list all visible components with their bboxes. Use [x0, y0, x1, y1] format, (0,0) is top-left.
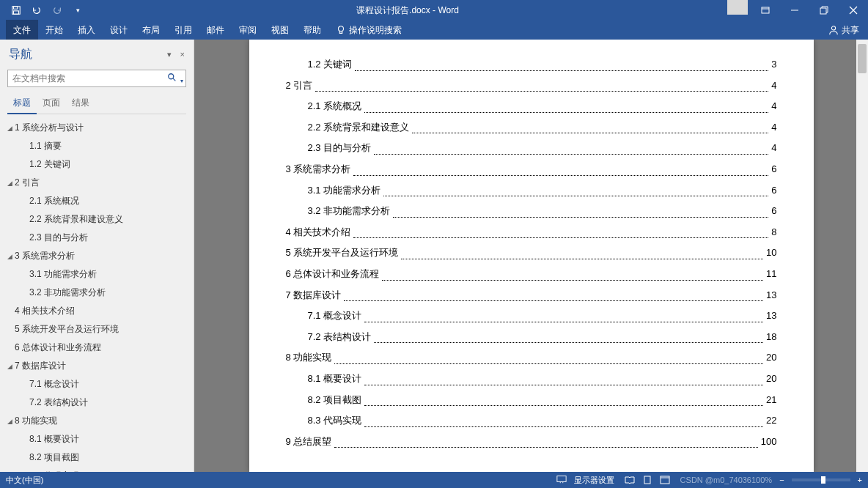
nav-tab-headings[interactable]: 标题: [7, 93, 37, 114]
nav-tree-item[interactable]: ◢1 系统分析与设计: [0, 119, 194, 137]
nav-tree-item[interactable]: 1.2 关键词: [0, 155, 194, 174]
toc-entry[interactable]: 3.1 功能需求分析6: [286, 180, 777, 202]
nav-tree-item[interactable]: 1.1 摘要: [0, 137, 194, 155]
toc-leader-dots: [355, 54, 768, 71]
main-area: 导航 ▾ × ▾ 标题 页面 结果 ◢1 系统分析与设计1.1 摘要1.2 关键…: [0, 40, 868, 472]
nav-tree-item[interactable]: 3.2 非功能需求分析: [0, 284, 194, 302]
close-button[interactable]: [839, 0, 868, 21]
qat-customize-button[interactable]: ▾: [67, 0, 88, 21]
toc-leader-dots: [383, 180, 768, 197]
toc-entry[interactable]: 7.1 概念设计13: [286, 306, 777, 327]
toc-entry[interactable]: 8.1 概要设计20: [286, 369, 777, 390]
nav-tree-item[interactable]: 2.2 系统背景和建设意义: [0, 210, 194, 229]
toc-entry[interactable]: 7.2 表结构设计18: [286, 327, 777, 348]
nav-tree-item[interactable]: 2.1 系统概况: [0, 192, 194, 210]
read-mode-button[interactable]: [622, 473, 638, 487]
status-language[interactable]: 中文(中国): [6, 475, 43, 486]
toc-page-number: 8: [771, 222, 776, 243]
nav-tree-item[interactable]: ◢7 数据库设计: [0, 357, 194, 375]
tab-file[interactable]: 文件: [6, 20, 38, 41]
zoom-in-button[interactable]: +: [858, 476, 862, 484]
print-layout-button[interactable]: [639, 473, 655, 487]
nav-tree-item[interactable]: 4 相关技术介绍: [0, 302, 194, 320]
scroll-thumb[interactable]: [858, 44, 867, 73]
tab-references[interactable]: 引用: [167, 20, 199, 41]
nav-tree-item[interactable]: ▷8.3 代码实现: [0, 467, 194, 472]
toc-entry[interactable]: 2 引言4: [286, 75, 777, 97]
nav-tab-pages[interactable]: 页面: [37, 93, 66, 114]
ribbon-display-button[interactable]: [751, 0, 780, 21]
tree-caret-icon[interactable]: ◢: [7, 418, 15, 425]
toc-entry[interactable]: 2.2 系统背景和建设意义4: [286, 117, 777, 138]
nav-tree-item[interactable]: 8.2 项目截图: [0, 448, 194, 467]
toc-label: 5 系统开发平台及运行环境: [286, 243, 399, 264]
nav-search-input[interactable]: [7, 70, 186, 87]
zoom-slider-thumb[interactable]: [821, 476, 825, 484]
tab-layout[interactable]: 布局: [135, 20, 167, 41]
toc-entry[interactable]: 6 总体设计和业务流程11: [286, 264, 777, 285]
tree-caret-icon[interactable]: ◢: [7, 253, 15, 260]
document-page[interactable]: 1.2 关键词32 引言42.1 系统概况42.2 系统背景和建设意义42.3 …: [249, 40, 814, 472]
minimize-button[interactable]: [780, 0, 809, 21]
web-layout-button[interactable]: [657, 473, 673, 487]
toc-entry[interactable]: 4 相关技术介绍8: [286, 222, 777, 243]
tree-item-label: 8.1 概要设计: [29, 433, 79, 446]
tree-item-label: 7.1 概念设计: [29, 378, 79, 391]
nav-tree-item[interactable]: 8.1 概要设计: [0, 430, 194, 448]
document-area[interactable]: 1.2 关键词32 引言42.1 系统概况42.2 系统背景和建设意义42.3 …: [194, 40, 868, 472]
nav-tree-item[interactable]: 7.1 概念设计: [0, 375, 194, 393]
nav-tree-item[interactable]: 2.3 目的与分析: [0, 229, 194, 247]
nav-tree-item[interactable]: ◢3 系统需求分析: [0, 247, 194, 265]
tab-mailings[interactable]: 邮件: [199, 20, 232, 41]
zoom-out-button[interactable]: −: [779, 476, 784, 484]
tell-me-search[interactable]: 操作说明搜索: [328, 24, 409, 37]
redo-button[interactable]: [47, 0, 67, 21]
svg-rect-13: [556, 476, 565, 482]
toc-entry[interactable]: 9 总结展望100: [286, 432, 777, 453]
tab-design[interactable]: 设计: [103, 20, 135, 41]
tree-caret-icon[interactable]: ◢: [7, 180, 15, 187]
zoom-slider[interactable]: [792, 478, 850, 481]
toc-entry[interactable]: 2.1 系统概况4: [286, 96, 777, 117]
nav-tree-item[interactable]: ◢8 功能实现: [0, 412, 194, 430]
toc-entry[interactable]: 2.3 目的与分析4: [286, 138, 777, 159]
share-button[interactable]: 共享: [828, 24, 868, 37]
toc-label: 3.1 功能需求分析: [308, 180, 381, 202]
toc-label: 2.2 系统背景和建设意义: [308, 117, 410, 138]
tree-caret-icon[interactable]: ◢: [7, 125, 15, 132]
toc-entry[interactable]: 8 功能实现20: [286, 347, 777, 369]
toc-entry[interactable]: 3.2 非功能需求分析6: [286, 201, 777, 222]
display-settings-icon[interactable]: [556, 475, 567, 485]
nav-tree-item[interactable]: 5 系统开发平台及运行环境: [0, 320, 194, 339]
toc-leader-dots: [374, 327, 763, 344]
tab-view[interactable]: 视图: [264, 20, 296, 41]
tree-caret-icon[interactable]: ◢: [7, 363, 15, 370]
tree-item-label: 7.2 表结构设计: [29, 396, 88, 409]
tab-help[interactable]: 帮助: [296, 20, 328, 41]
user-avatar[interactable]: [727, 0, 748, 15]
tree-item-label: 4 相关技术介绍: [15, 305, 75, 317]
nav-tree-item[interactable]: 7.2 表结构设计: [0, 393, 194, 412]
nav-close-button[interactable]: ×: [180, 50, 185, 59]
undo-button[interactable]: [26, 0, 47, 21]
tab-review[interactable]: 审阅: [232, 20, 264, 41]
nav-tab-results[interactable]: 结果: [66, 93, 95, 114]
nav-dropdown-button[interactable]: ▾: [167, 50, 172, 59]
search-icon[interactable]: ▾: [167, 73, 183, 86]
toc-entry[interactable]: 5 系统开发平台及运行环境10: [286, 243, 777, 264]
toc-page-number: 6: [771, 159, 776, 180]
toc-entry[interactable]: 7 数据库设计13: [286, 285, 777, 306]
nav-tree-item[interactable]: 3.1 功能需求分析: [0, 265, 194, 284]
restore-button[interactable]: [809, 0, 839, 21]
toc-entry[interactable]: 8.3 代码实现22: [286, 410, 777, 432]
nav-tree-item[interactable]: ◢2 引言: [0, 174, 194, 192]
tab-insert[interactable]: 插入: [70, 20, 103, 41]
toc-entry[interactable]: 1.2 关键词3: [286, 54, 777, 75]
vertical-scrollbar[interactable]: [856, 40, 868, 472]
toc-entry[interactable]: 3 系统需求分析6: [286, 159, 777, 180]
save-button[interactable]: [6, 0, 26, 21]
tab-home[interactable]: 开始: [38, 20, 70, 41]
nav-tree-item[interactable]: 6 总体设计和业务流程: [0, 339, 194, 357]
display-settings-label[interactable]: 显示器设置: [574, 475, 614, 486]
toc-entry[interactable]: 8.2 项目截图21: [286, 390, 777, 411]
